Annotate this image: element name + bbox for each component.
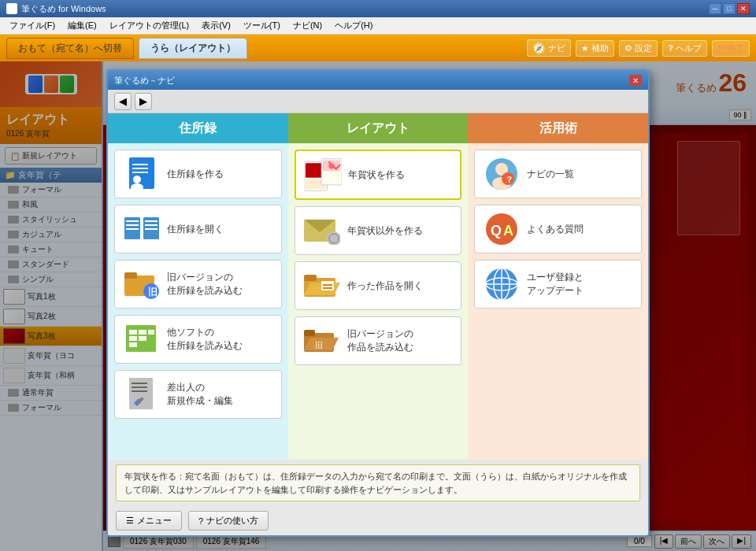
star-icon: ★ (581, 43, 589, 54)
help-icon: ? (668, 43, 673, 53)
question-icon: ? (198, 516, 203, 526)
tab-omote[interactable]: おもて（宛て名）へ切替 (6, 38, 134, 59)
menu-layout[interactable]: レイアウトの管理(L) (103, 18, 195, 33)
navi-footer: ☰ メニュー ? ナビの使い方 (108, 506, 648, 535)
navi-list-label: ナビの一覧 (527, 168, 574, 181)
create-other-button[interactable]: 年賀状以外を作る (295, 206, 462, 255)
tips-column: 活用術 ？ (468, 113, 648, 460)
navi-help-button[interactable]: ? ナビの使い方 (188, 511, 269, 531)
app-icon: ✏ (6, 3, 17, 14)
menu-tools[interactable]: ツール(T) (237, 18, 287, 33)
navi-menu-button[interactable]: ☰ メニュー (116, 511, 182, 531)
back-arrow-button[interactable]: ◀ (114, 93, 132, 110)
open-work-label: 作った作品を開く (347, 279, 423, 293)
window-title: 筆ぐるめ for Windows (21, 3, 106, 15)
import-old-work-label: 旧バージョンの 作品を読み込む (347, 327, 413, 354)
toolbar: おもて（宛て名）へ切替 うら（レイアウト） 🧭 ナビ ★ 補助 ⚙ 設定 ? ヘ… (0, 35, 756, 61)
open-address-label: 住所録を開く (167, 223, 224, 236)
spreadsheet-icon (123, 322, 161, 357)
register-update-button[interactable]: ユーザ登録と アップデート (474, 260, 642, 309)
svg-text:旧: 旧 (315, 341, 323, 349)
nengajo-icon (304, 157, 342, 192)
faq-button[interactable]: Q A よくある質問 (474, 205, 642, 253)
svg-text:Q: Q (491, 223, 502, 239)
svg-rect-49 (304, 330, 315, 336)
svg-rect-8 (126, 220, 139, 222)
exit-button[interactable]: ✕ 終了 (712, 40, 750, 57)
navi-nav-bar: ◀ ▶ (108, 90, 648, 113)
navi-title-bar: 筆ぐるめ－ナビ ✕ (108, 71, 648, 90)
tab-ura[interactable]: うら（レイアウト） (139, 38, 247, 59)
open-work-button[interactable]: 作った作品を開く (295, 261, 462, 310)
navi-list-button[interactable]: ？ ナビの一覧 (474, 150, 642, 198)
address-column: 住所録 (108, 113, 288, 460)
svg-rect-23 (139, 336, 146, 341)
svg-rect-19 (129, 330, 137, 335)
support-icon: ？ (483, 157, 521, 191)
svg-rect-13 (145, 228, 158, 230)
open-address-button[interactable]: 住所録を開く (114, 205, 282, 253)
close-x-icon: ✕ (717, 43, 724, 54)
svg-point-37 (328, 163, 334, 168)
navi-info-text: 年賀状を作る：宛て名面（おもて）は、住所録データの入力から宛て名の印刷まで。文面… (116, 464, 640, 501)
main-area: レイアウト 0126 亥年賀 📋 新規レイアウト 📁 亥年賀（テ フォーマル 和… (0, 61, 756, 551)
menu-edit[interactable]: 編集(E) (61, 18, 103, 33)
svg-point-4 (133, 176, 141, 183)
svg-rect-47 (323, 287, 332, 289)
settei-button[interactable]: ⚙ 設定 (619, 40, 658, 57)
folder-version-icon: 旧 (303, 324, 341, 358)
address-column-body: 住所録を作る (108, 143, 288, 460)
create-nengajo-button[interactable]: 年賀状を作る (295, 150, 462, 200)
svg-text:A: A (503, 223, 513, 239)
window-controls: ─ □ ✕ (709, 3, 750, 14)
create-address-button[interactable]: 住所録を作る (114, 150, 282, 198)
svg-rect-28 (132, 390, 147, 392)
svg-rect-10 (126, 228, 139, 230)
modal-overlay: 筆ぐるめ－ナビ ✕ ◀ ▶ 住所録 (0, 61, 756, 551)
svg-rect-1 (132, 164, 148, 165)
import-old-work-button[interactable]: 旧 旧バージョンの 作品を読み込む (295, 316, 462, 365)
maximize-button[interactable]: □ (723, 3, 736, 14)
menu-help[interactable]: ヘルプ(H) (328, 18, 379, 33)
edit-sender-label: 差出人の 新規作成・編集 (167, 381, 233, 408)
menu-bar: ファイル(F) 編集(E) レイアウトの管理(L) 表示(V) ツール(T) ナ… (0, 17, 756, 35)
open-book-icon (123, 212, 161, 246)
svg-rect-46 (323, 284, 332, 286)
svg-rect-27 (132, 386, 147, 388)
menu-view[interactable]: 表示(V) (195, 18, 237, 33)
window-frame: ✏ 筆ぐるめ for Windows ─ □ ✕ ファイル(F) 編集(E) レ… (0, 0, 756, 551)
close-button[interactable]: ✕ (737, 3, 750, 14)
import-other-address-button[interactable]: 他ソフトの 住所録を読み込む (114, 315, 282, 364)
svg-rect-20 (139, 330, 146, 335)
svg-text:旧: 旧 (148, 287, 158, 298)
gear-icon: ⚙ (624, 43, 632, 54)
address-book-icon (123, 157, 161, 191)
navi-button[interactable]: 🧭 ナビ (527, 39, 571, 57)
menu-file[interactable]: ファイル(F) (3, 18, 61, 33)
navi-dialog-title: 筆ぐるめ－ナビ (114, 75, 175, 87)
minimize-button[interactable]: ─ (709, 3, 721, 14)
svg-rect-15 (124, 272, 137, 279)
edit-sender-button[interactable]: 差出人の 新規作成・編集 (114, 370, 282, 419)
tips-column-header: 活用術 (468, 113, 648, 143)
svg-rect-22 (129, 336, 137, 341)
faq-label: よくある質問 (527, 223, 584, 236)
forward-arrow-button[interactable]: ▶ (135, 93, 152, 110)
globe-icon (483, 267, 521, 301)
svg-rect-21 (148, 330, 154, 335)
svg-rect-24 (129, 342, 137, 347)
menu-navi[interactable]: ナビ(N) (287, 18, 328, 33)
register-update-label: ユーザ登録と アップデート (527, 271, 584, 298)
navi-close-button[interactable]: ✕ (629, 75, 642, 86)
hojo-button[interactable]: ★ 補助 (576, 40, 614, 57)
layout-column-body: 年賀状を作る (288, 143, 469, 460)
svg-text:？: ？ (505, 175, 513, 184)
svg-rect-2 (132, 168, 148, 169)
import-old-address-label: 旧バージョンの 住所録を読み込む (167, 271, 243, 298)
svg-rect-3 (132, 172, 148, 173)
help-button[interactable]: ? ヘルプ (662, 40, 707, 57)
import-old-address-button[interactable]: 旧 旧バージョンの 住所録を読み込む (114, 260, 282, 309)
svg-rect-36 (323, 172, 340, 183)
svg-rect-26 (132, 383, 147, 384)
tips-column-body: ？ ナビの一覧 Q (468, 143, 648, 460)
